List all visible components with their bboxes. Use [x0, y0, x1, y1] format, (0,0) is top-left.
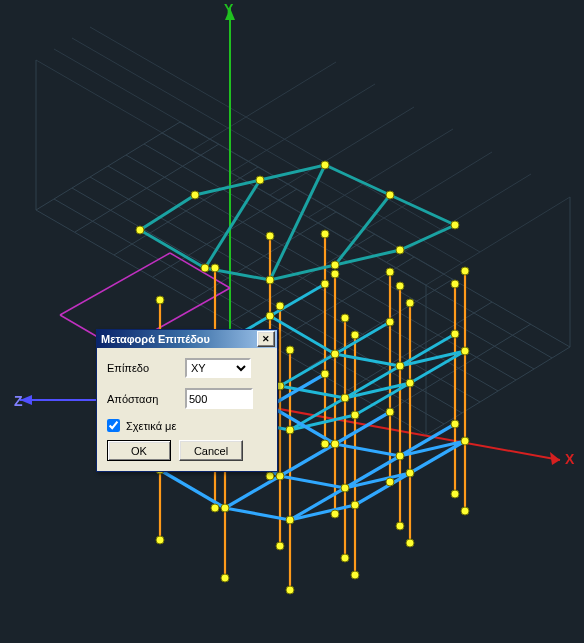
close-button[interactable]: ✕ — [257, 331, 275, 347]
svg-point-155 — [396, 282, 404, 290]
svg-point-157 — [321, 230, 329, 238]
svg-point-107 — [406, 539, 414, 547]
svg-line-71 — [270, 284, 325, 316]
dialog-titlebar[interactable]: Μεταφορά Επιπέδου ✕ — [97, 330, 277, 348]
scene-3d: X Y Z — [0, 0, 584, 643]
svg-point-149 — [211, 264, 219, 272]
svg-point-109 — [331, 510, 339, 518]
svg-point-113 — [386, 478, 394, 486]
svg-point-133 — [351, 411, 359, 419]
svg-line-75 — [290, 398, 345, 430]
svg-point-128 — [386, 408, 394, 416]
svg-point-108 — [266, 472, 274, 480]
svg-point-162 — [266, 276, 274, 284]
svg-point-163 — [331, 261, 339, 269]
svg-line-74 — [335, 322, 390, 354]
svg-point-112 — [321, 440, 329, 448]
svg-point-122 — [406, 469, 414, 477]
svg-point-159 — [451, 280, 459, 288]
svg-point-103 — [351, 571, 359, 579]
svg-point-160 — [136, 226, 144, 234]
svg-line-93 — [280, 444, 335, 476]
svg-point-169 — [191, 191, 199, 199]
svg-point-145 — [156, 296, 164, 304]
level-combobox[interactable]: XY — [185, 358, 251, 378]
svg-point-141 — [461, 347, 469, 355]
svg-point-140 — [396, 362, 404, 370]
svg-point-126 — [461, 437, 469, 445]
svg-point-164 — [396, 246, 404, 254]
svg-point-152 — [406, 299, 414, 307]
svg-point-142 — [321, 280, 329, 288]
distance-label: Απόσταση — [107, 393, 185, 405]
svg-line-18 — [75, 144, 219, 232]
svg-point-154 — [331, 270, 339, 278]
svg-point-100 — [156, 536, 164, 544]
svg-point-136 — [341, 394, 349, 402]
svg-point-124 — [331, 440, 339, 448]
level-label: Επίπεδο — [107, 362, 185, 374]
svg-line-26 — [348, 152, 492, 240]
cad-viewport[interactable]: X Y Z — [0, 0, 584, 643]
svg-point-132 — [286, 426, 294, 434]
svg-point-106 — [341, 554, 349, 562]
relative-label: Σχετικά με — [126, 420, 176, 432]
svg-point-143 — [386, 318, 394, 326]
svg-line-17 — [114, 167, 258, 255]
svg-point-158 — [386, 268, 394, 276]
y-axis-label: Y — [224, 1, 234, 17]
top-grid — [36, 0, 570, 285]
svg-point-101 — [221, 574, 229, 582]
svg-point-110 — [396, 522, 404, 530]
svg-line-57 — [205, 180, 260, 268]
cancel-button[interactable]: Cancel — [179, 440, 243, 461]
svg-point-153 — [266, 232, 274, 240]
svg-line-25 — [387, 174, 531, 262]
ok-button[interactable]: OK — [107, 440, 171, 461]
svg-point-117 — [286, 516, 294, 524]
svg-point-129 — [451, 420, 459, 428]
svg-point-168 — [256, 176, 264, 184]
close-icon: ✕ — [262, 335, 270, 344]
svg-line-24 — [426, 197, 570, 285]
svg-point-102 — [286, 586, 294, 594]
svg-point-116 — [221, 504, 229, 512]
svg-line-30 — [192, 62, 336, 150]
svg-point-144 — [451, 330, 459, 338]
relative-checkbox[interactable] — [107, 419, 120, 432]
svg-point-104 — [211, 504, 219, 512]
svg-point-150 — [276, 302, 284, 310]
svg-point-166 — [386, 191, 394, 199]
svg-marker-35 — [550, 452, 560, 465]
svg-line-41 — [60, 253, 170, 315]
svg-line-10 — [387, 324, 531, 412]
svg-point-127 — [321, 370, 329, 378]
z-axis-label: Z — [14, 393, 23, 409]
dialog-title: Μεταφορά Επιπέδου — [101, 333, 210, 345]
move-level-dialog[interactable]: Μεταφορά Επιπέδου ✕ Επίπεδο XY Απόσταση … — [96, 329, 278, 472]
svg-point-151 — [341, 314, 349, 322]
svg-point-147 — [286, 346, 294, 354]
svg-point-121 — [341, 484, 349, 492]
svg-point-148 — [351, 331, 359, 339]
svg-line-29 — [231, 84, 375, 172]
svg-point-118 — [351, 501, 359, 509]
svg-point-156 — [461, 267, 469, 275]
svg-line-19 — [36, 122, 180, 210]
distance-input[interactable] — [185, 388, 253, 409]
svg-line-16 — [153, 189, 297, 277]
svg-line-92 — [225, 476, 280, 508]
dialog-body: Επίπεδο XY Απόσταση Σχετικά με OK Cancel — [97, 348, 277, 471]
svg-point-114 — [451, 490, 459, 498]
svg-point-111 — [461, 507, 469, 515]
svg-point-165 — [451, 221, 459, 229]
svg-point-139 — [331, 350, 339, 358]
svg-point-161 — [201, 264, 209, 272]
svg-line-28 — [270, 107, 414, 195]
svg-line-27 — [309, 129, 453, 217]
svg-point-137 — [406, 379, 414, 387]
svg-point-125 — [396, 452, 404, 460]
svg-point-105 — [276, 542, 284, 550]
svg-point-138 — [266, 312, 274, 320]
svg-point-167 — [321, 161, 329, 169]
